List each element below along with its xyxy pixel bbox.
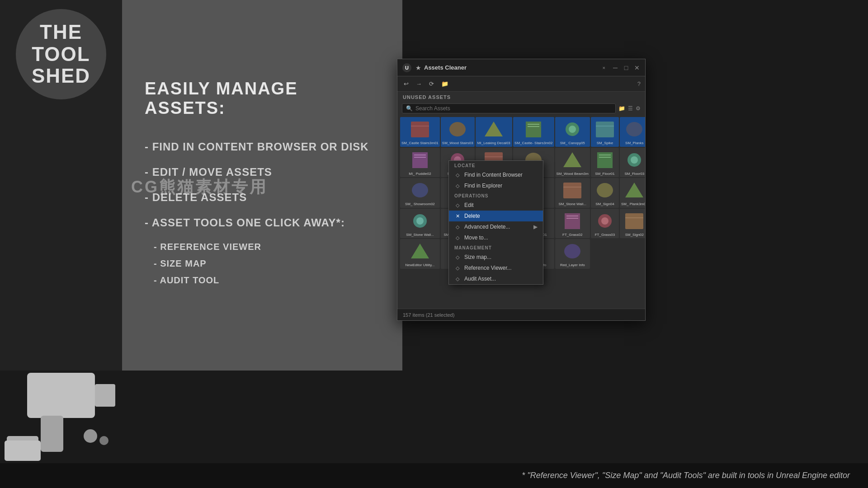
asset-thumbnail — [407, 240, 433, 263]
asset-item[interactable]: SM_ Plank3m02 — [620, 178, 645, 208]
asset-thumbnail — [592, 179, 618, 202]
svg-point-36 — [631, 156, 638, 164]
edit-icon: ◇ — [454, 202, 461, 208]
asset-thumbnail — [592, 118, 618, 141]
asset-item[interactable]: SM_Stone Wall... — [555, 178, 590, 208]
content-browser-icon: ◇ — [454, 172, 461, 178]
window-toolbar: ↩ → ⟳ 📁 ? — [397, 76, 645, 92]
asset-item[interactable]: Red_Layer Info — [555, 239, 590, 269]
section-label: UNUSED ASSETS — [397, 92, 645, 102]
svg-point-39 — [412, 183, 428, 197]
asset-thumbnail — [559, 179, 585, 202]
search-input[interactable] — [415, 105, 612, 112]
svg-rect-0 — [27, 373, 95, 418]
asset-name: SM_Spike — [592, 141, 618, 146]
svg-point-63 — [601, 217, 609, 225]
asset-thumbnail — [407, 118, 433, 141]
bottom-bar: * "Reference Viewer", "Size Map" and "Au… — [0, 463, 868, 488]
asset-item[interactable]: SM_ Canopy05 — [555, 117, 590, 147]
reference-viewer-item[interactable]: ◇ Reference Viewer... — [449, 263, 543, 273]
window-controls: ─ □ ✕ — [612, 64, 641, 71]
asset-item[interactable]: SM_Sign02 — [620, 209, 645, 239]
svg-marker-67 — [411, 244, 429, 258]
svg-marker-13 — [485, 122, 503, 136]
asset-thumbnail — [407, 149, 433, 171]
asset-item[interactable]: MI_ Puddle02 — [400, 148, 440, 178]
asset-item[interactable]: MI_Leaking Decal03 — [476, 117, 512, 147]
svg-marker-49 — [625, 183, 643, 197]
management-section-label: MANAGEMENT — [449, 243, 543, 252]
locate-section-label: LOCATE — [449, 161, 543, 169]
asset-item[interactable]: SM_Floor03 — [620, 148, 645, 178]
list-item: - DELETE ASSETS — [145, 191, 380, 204]
svg-rect-33 — [599, 155, 611, 155]
asset-item[interactable]: FT_Grass02 — [555, 209, 590, 239]
advanced-delete-label: Advanced Delete... — [464, 224, 510, 230]
reference-viewer-label: Reference Viewer... — [464, 265, 512, 271]
asset-name: SM_Floor03 — [621, 171, 645, 177]
settings-button[interactable]: ⚙ — [636, 105, 641, 112]
tool-illustration — [0, 346, 122, 463]
audit-icon: ◇ — [454, 276, 461, 282]
forward-button[interactable]: → — [414, 80, 424, 88]
asset-thumbnail — [559, 118, 585, 141]
asset-item[interactable]: SM_Sign04 — [591, 178, 619, 208]
asset-item[interactable]: SM_Planks — [620, 117, 645, 147]
delete-icon: ✕ — [454, 213, 461, 219]
asset-name: NewEditor Utility... — [401, 263, 439, 268]
asset-name: SM_Wood Stairs03 — [442, 141, 474, 146]
asset-thumbnail — [559, 240, 585, 263]
asset-item[interactable]: FT_Grass03 — [591, 209, 619, 239]
delete-item[interactable]: ✕ Delete — [449, 211, 543, 221]
list-item: - AUDIT TOOL — [154, 275, 380, 286]
refresh-button[interactable]: ⟳ — [427, 80, 436, 88]
search-bar: 🔍 📁 ☰ ⚙ — [397, 102, 645, 115]
edit-label: Edit — [464, 202, 474, 208]
asset-name: SM_ Showroom02 — [401, 202, 439, 207]
asset-item[interactable]: SM_Castle- Stairs3m02 — [513, 117, 554, 147]
asset-item[interactable]: SM_Stone Wall... — [400, 209, 440, 239]
edit-item[interactable]: ◇ Edit — [449, 200, 543, 211]
audit-asset-item[interactable]: ◇ Audit Asset... — [449, 273, 543, 284]
advanced-delete-item[interactable]: ◇ Advanced Delete... ▶ — [449, 221, 543, 232]
svg-rect-24 — [414, 155, 426, 155]
svg-rect-60 — [566, 216, 578, 216]
asset-name: SM_Wood Beam3m — [556, 171, 589, 177]
find-explorer-item[interactable]: ◇ Find in Explorer — [449, 180, 543, 191]
svg-point-48 — [597, 183, 613, 197]
svg-rect-19 — [596, 122, 614, 137]
asset-thumbnail — [621, 118, 645, 141]
asset-item[interactable]: SM_Wood Beam3m — [555, 148, 590, 178]
filter-button[interactable]: ☰ — [628, 105, 633, 112]
minimize-button[interactable]: ─ — [612, 64, 619, 71]
asset-name: MI_Leaking Decal03 — [476, 141, 511, 146]
asset-item[interactable]: NewEditor Utility... — [400, 239, 440, 269]
back-button[interactable]: ↩ — [402, 80, 410, 88]
asset-item[interactable]: SM_Spike — [591, 117, 619, 147]
help-button[interactable]: ? — [637, 80, 641, 87]
tab-close-button[interactable]: × — [603, 65, 605, 70]
asset-name: SM_ Plank3m02 — [621, 202, 645, 207]
maximize-button[interactable]: □ — [623, 64, 630, 71]
svg-point-21 — [626, 122, 642, 136]
svg-rect-16 — [528, 126, 539, 127]
search-actions: 📁 ☰ ⚙ — [618, 105, 641, 112]
asset-item[interactable]: SM_ Showroom02 — [400, 178, 440, 208]
asset-thumbnail — [621, 149, 645, 171]
asset-name: MI_ Puddle02 — [401, 171, 439, 177]
find-content-browser-item[interactable]: ◇ Find in Content Browser — [449, 169, 543, 180]
move-to-label: Move to... — [464, 235, 488, 241]
size-map-item[interactable]: ◇ Size map... — [449, 252, 543, 263]
context-menu: LOCATE ◇ Find in Content Browser ◇ Find … — [448, 160, 543, 285]
folder-filter-button[interactable]: 📁 — [618, 105, 625, 112]
asset-thumbnail — [520, 118, 547, 141]
asset-name: SM_Floor01 — [592, 171, 618, 177]
move-to-item[interactable]: ◇ Move to... — [449, 232, 543, 243]
main-title: EASILY MANAGE ASSETS: — [145, 79, 380, 118]
asset-item[interactable]: SM_Floor01 — [591, 148, 619, 178]
list-item: - ASSET TOOLS ONE CLICK AWAY*: — [145, 216, 380, 229]
asset-item[interactable]: SM_Castle Stairs3m01 — [400, 117, 440, 147]
asset-item[interactable]: SM_Wood Stairs03 — [441, 117, 475, 147]
folder-button[interactable]: 📁 — [439, 80, 450, 88]
close-button[interactable]: ✕ — [633, 64, 641, 71]
